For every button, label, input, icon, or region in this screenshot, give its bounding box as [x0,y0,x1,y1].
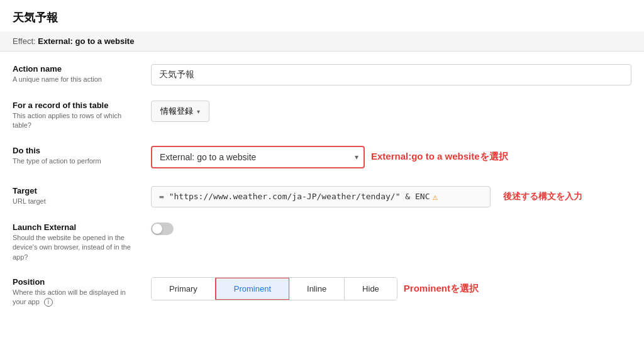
launch-external-sublabel: Should the website be opened in the devi… [13,233,138,262]
page-title: 天気予報 [0,0,644,31]
action-name-sublabel: A unique name for this action [13,75,138,84]
position-hide-button[interactable]: Hide [345,278,397,300]
do-this-control-col: External: go to a website ▾ External:go … [151,146,631,171]
do-this-row: Do this The type of action to perform Ex… [13,146,631,171]
position-button-group: Primary Prominent Inline Hide [151,277,397,300]
effect-value: External: go to a website [38,36,134,46]
position-annotation: Prominentを選択 [404,283,479,295]
launch-external-label-col: Launch External Should the website be op… [13,222,151,262]
do-this-sublabel: The type of action to perform [13,156,138,166]
do-this-annotation-row: External: go to a website ▾ External:go … [151,146,631,168]
position-buttons-row: Primary Prominent Inline Hide Prominentを… [151,277,631,300]
action-name-input[interactable] [151,64,631,85]
table-row: For a record of this table This action a… [13,101,631,131]
launch-external-control-col [151,222,631,237]
table-select-button[interactable]: 情報登録 ▾ [151,101,209,122]
position-label-col: Position Where this action will be displ… [13,277,151,307]
launch-external-label: Launch External [13,222,138,232]
do-this-label: Do this [13,146,138,155]
target-sublabel: URL target [13,197,138,206]
position-primary-button[interactable]: Primary [152,278,216,300]
position-inline-button[interactable]: Inline [289,278,345,300]
target-label: Target [13,186,138,195]
target-row: Target URL target = "https://www.weather… [13,186,631,207]
do-this-select[interactable]: External: go to a website [151,146,365,168]
position-control-col: Primary Prominent Inline Hide Prominentを… [151,277,631,300]
launch-external-row: Launch External Should the website be op… [13,222,631,262]
warning-icon: ⚠ [432,192,437,202]
target-annotation: 後述する構文を入力 [503,191,582,202]
target-value: = "https://www.weather.com/ja-JP/weather… [159,192,430,201]
table-select-value: 情報登録 [160,106,193,117]
effect-bar: Effect: External: go to a website [0,31,644,52]
position-row: Position Where this action will be displ… [13,277,631,307]
target-label-col: Target URL target [13,186,151,206]
action-name-label: Action name [13,64,138,74]
target-control-col: = "https://www.weather.com/ja-JP/weather… [151,186,631,207]
action-name-row: Action name A unique name for this actio… [13,64,631,85]
table-label: For a record of this table [13,101,138,110]
table-select-col: 情報登録 ▾ [151,101,631,122]
position-sublabel: Where this action will be displayed in y… [13,288,138,307]
action-name-label-col: Action name A unique name for this actio… [13,64,151,84]
info-icon: i [44,298,53,307]
toggle-knob [152,224,162,234]
table-label-col: For a record of this table This action a… [13,101,151,131]
toggle-track[interactable] [151,222,174,235]
table-select-arrow-icon: ▾ [197,108,200,115]
table-sublabel: This action applies to rows of which tab… [13,111,138,131]
action-name-input-col [151,64,631,85]
target-input[interactable]: = "https://www.weather.com/ja-JP/weather… [151,186,491,207]
do-this-label-col: Do this The type of action to perform [13,146,151,166]
position-label: Position [13,277,138,287]
do-this-annotation: External:go to a websiteを選択 [371,151,508,163]
launch-external-toggle[interactable] [151,222,174,235]
position-prominent-button[interactable]: Prominent [215,277,290,300]
effect-label: Effect: [13,36,36,46]
